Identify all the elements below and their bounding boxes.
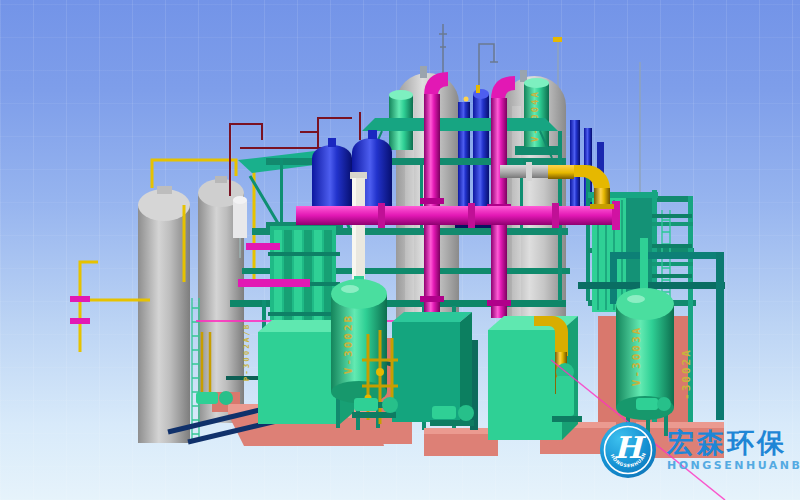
green-box-tanks bbox=[258, 312, 578, 440]
company-logo: H HONGSENHUANBAO 宏森环保 HONGSENHUANBAO bbox=[599, 421, 800, 479]
logo-text-block: 宏森环保 HONGSENHUANBAO bbox=[667, 429, 800, 471]
tag-v3004a: V-3004A bbox=[530, 90, 540, 142]
plant-3d-render: V-3004A bbox=[0, 0, 800, 500]
tank-ladder bbox=[192, 298, 199, 440]
tag-v3002b: V-3002B bbox=[342, 314, 355, 374]
logo-name-en: HONGSENHUANBAO bbox=[667, 460, 800, 471]
logo-name-cn: 宏森环保 bbox=[667, 429, 800, 456]
logo-badge: H HONGSENHUANBAO bbox=[599, 421, 657, 479]
tag-pump: P-3002A/B bbox=[242, 323, 251, 382]
tag-3002a: -3002A bbox=[680, 348, 693, 400]
tag-v3003a: V-3003A bbox=[630, 326, 643, 386]
